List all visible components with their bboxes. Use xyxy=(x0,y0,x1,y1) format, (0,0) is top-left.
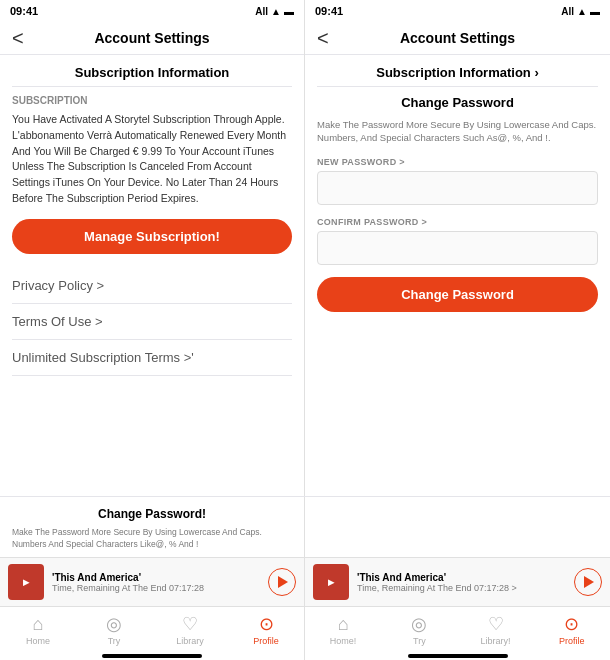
nav-title-left: Account Settings xyxy=(94,30,209,46)
section-heading-left: Subscription Information xyxy=(12,65,292,87)
tab-home-left[interactable]: ⌂ Home xyxy=(0,607,76,650)
terms-of-use-link[interactable]: Terms Of Use > xyxy=(12,304,292,340)
home-indicator-bar xyxy=(0,650,610,660)
tab-try-right[interactable]: ◎ Try xyxy=(381,607,457,650)
profile-icon-left: ⊙ xyxy=(259,613,274,635)
manage-subscription-button[interactable]: Manage Subscription! xyxy=(12,219,292,254)
pw-preview-right xyxy=(305,497,610,557)
wifi-icon-left: ▲ xyxy=(271,6,281,17)
pw-preview-left-helper: Make The Password More Secure By Using L… xyxy=(12,527,292,551)
home-indicator-pill-left xyxy=(102,654,202,658)
new-password-label: NEW PASSWORD > xyxy=(317,157,598,167)
tab-bar: ⌂ Home ◎ Try ♡ Library ⊙ Profile ⌂ Home!… xyxy=(0,606,610,650)
confirm-password-label: CONFIRM PASSWORD > xyxy=(317,217,598,227)
now-playing-right: ▶ 'This And America' Time, Remaining At … xyxy=(305,558,610,606)
tab-profile-left[interactable]: ⊙ Profile xyxy=(228,607,304,650)
signal-label-left: All xyxy=(255,6,268,17)
tab-home-right[interactable]: ⌂ Home! xyxy=(305,607,381,650)
tab-home-label-left: Home xyxy=(26,636,50,646)
change-password-helper: Make The Password More Secure By Using L… xyxy=(317,118,598,145)
change-password-button[interactable]: Change Password xyxy=(317,277,598,312)
nav-bar-left: < Account Settings xyxy=(0,22,304,55)
tab-profile-label-right: Profile xyxy=(559,636,585,646)
wifi-icon-right: ▲ xyxy=(577,6,587,17)
panel-right: < Account Settings Subscription Informat… xyxy=(305,22,610,496)
library-icon-right: ♡ xyxy=(488,613,504,635)
now-playing-left: ▶ 'This And America' Time, Remaining At … xyxy=(0,558,305,606)
privacy-policy-link[interactable]: Privacy Policy > xyxy=(12,268,292,304)
tab-library-label-right: Library! xyxy=(481,636,511,646)
time-right: 09:41 xyxy=(315,5,343,17)
back-button-right[interactable]: < xyxy=(317,27,329,50)
panel-left-content: Subscription Information SUBSCRIPTION Yo… xyxy=(0,55,304,496)
panel-right-content: Subscription Information › Change Passwo… xyxy=(305,55,610,496)
pw-preview-left-title: Change Password! xyxy=(12,507,292,521)
now-playing-bar: ▶ 'This And America' Time, Remaining At … xyxy=(0,557,610,606)
tab-try-label-left: Try xyxy=(108,636,121,646)
now-playing-title-left: 'This And America' xyxy=(52,572,260,583)
tab-try-label-right: Try xyxy=(413,636,426,646)
subscription-label: SUBSCRIPTION xyxy=(12,95,292,106)
unlimited-subscription-link[interactable]: Unlimited Subscription Terms >' xyxy=(12,340,292,376)
back-button-left[interactable]: < xyxy=(12,27,24,50)
panels-container: < Account Settings Subscription Informat… xyxy=(0,22,610,496)
home-indicator-right xyxy=(305,650,610,660)
nav-bar-right: < Account Settings xyxy=(305,22,610,55)
home-icon-left: ⌂ xyxy=(33,614,44,635)
now-playing-info-left: 'This And America' Time, Remaining At Th… xyxy=(52,572,260,593)
play-icon-right xyxy=(584,576,594,588)
panel-left: < Account Settings Subscription Informat… xyxy=(0,22,305,496)
tab-library-left[interactable]: ♡ Library xyxy=(152,607,228,650)
tab-library-right[interactable]: ♡ Library! xyxy=(458,607,534,650)
section-heading-right: Subscription Information › xyxy=(317,65,598,87)
status-bar-right: 09:41 All ▲ ▬ xyxy=(305,0,610,22)
status-bar: 09:41 All ▲ ▬ 09:41 All ▲ ▬ xyxy=(0,0,610,22)
play-button-right[interactable] xyxy=(574,568,602,596)
subscription-text: You Have Activated A Storytel Subscripti… xyxy=(12,112,292,207)
now-playing-subtitle-left: Time, Remaining At The End 07:17:28 xyxy=(52,583,260,593)
tab-profile-right[interactable]: ⊙ Profile xyxy=(534,607,610,650)
try-icon-right: ◎ xyxy=(411,613,427,635)
library-icon-left: ♡ xyxy=(182,613,198,635)
battery-icon-left: ▬ xyxy=(284,6,294,17)
profile-icon-right: ⊙ xyxy=(564,613,579,635)
home-indicator-left xyxy=(0,650,305,660)
signal-label-right: All xyxy=(561,6,574,17)
status-icons-left: All ▲ ▬ xyxy=(255,6,294,17)
now-playing-subtitle-right: Time, Remaining At The End 07:17:28 > xyxy=(357,583,566,593)
pw-preview-left: Change Password! Make The Password More … xyxy=(0,497,305,557)
nav-title-right: Account Settings xyxy=(400,30,515,46)
home-indicator-pill-right xyxy=(408,654,508,658)
change-password-heading: Change Password xyxy=(317,95,598,110)
play-icon-left xyxy=(278,576,288,588)
tab-profile-label-left: Profile xyxy=(253,636,279,646)
confirm-password-input[interactable] xyxy=(317,231,598,265)
tab-home-label-right: Home! xyxy=(330,636,357,646)
tab-try-left[interactable]: ◎ Try xyxy=(76,607,152,650)
time-left: 09:41 xyxy=(10,5,38,17)
now-playing-title-right: 'This And America' xyxy=(357,572,566,583)
battery-icon-right: ▬ xyxy=(590,6,600,17)
play-button-left[interactable] xyxy=(268,568,296,596)
new-password-input[interactable] xyxy=(317,171,598,205)
now-playing-info-right: 'This And America' Time, Remaining At Th… xyxy=(357,572,566,593)
status-icons-right: All ▲ ▬ xyxy=(561,6,600,17)
now-playing-thumb-left: ▶ xyxy=(8,564,44,600)
home-icon-right: ⌂ xyxy=(338,614,349,635)
status-bar-left: 09:41 All ▲ ▬ xyxy=(0,0,305,22)
change-pw-preview-bar: Change Password! Make The Password More … xyxy=(0,496,610,557)
now-playing-thumb-right: ▶ xyxy=(313,564,349,600)
tab-library-label-left: Library xyxy=(176,636,204,646)
tab-bar-right: ⌂ Home! ◎ Try ♡ Library! ⊙ Profile xyxy=(305,607,610,650)
try-icon-left: ◎ xyxy=(106,613,122,635)
tab-bar-left: ⌂ Home ◎ Try ♡ Library ⊙ Profile xyxy=(0,607,305,650)
